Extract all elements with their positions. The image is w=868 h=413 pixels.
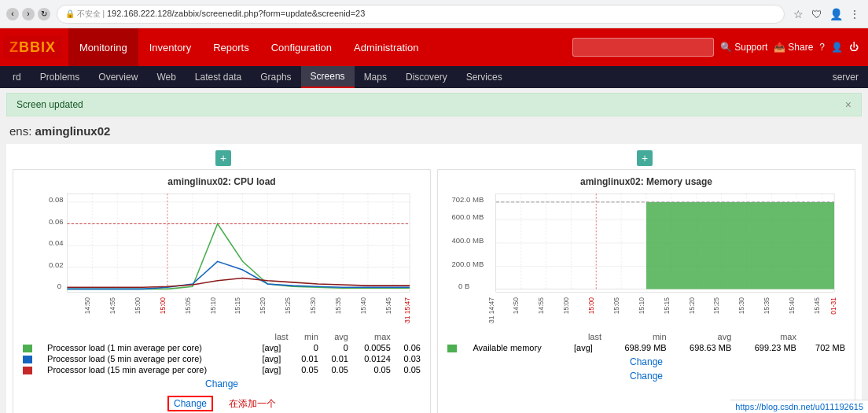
subnav-latest-data[interactable]: Latest data [186,66,251,88]
subnav-graphs[interactable]: Graphs [251,66,300,88]
svg-text:0: 0 [57,282,61,290]
forward-btn[interactable]: › [22,8,35,20]
cpu-max-5min: 0.03 [394,353,424,364]
change-link-mem-bottom[interactable]: Change [444,371,848,382]
logo-text: BBIX [19,39,56,55]
main-nav: ZBBIX Monitoring Inventory Reports Confi… [0,28,868,66]
svg-text:15:35: 15:35 [763,297,771,315]
cpu-chart-wrapper: 0.08 0.06 0.04 0.02 0 [20,190,424,326]
back-btn[interactable]: ‹ [6,8,19,20]
user-btn[interactable]: 👤 [831,42,843,53]
svg-text:15:00: 15:00 [587,297,595,315]
svg-text:15:05: 15:05 [612,297,620,315]
menu-icon[interactable]: ⋮ [848,7,862,21]
mem-header-avg: avg [670,331,735,342]
add-row-top: + + [13,147,855,169]
nav-search-input[interactable] [572,38,714,57]
browser-bar: ‹ › ↻ 🔒 不安全 | 192.168.222.128/zabbix/scr… [0,0,868,28]
add-note: 在添加一个 [229,397,276,411]
subnav-rd[interactable]: rd [3,66,31,88]
svg-text:0.04: 0.04 [49,238,64,247]
svg-text:14:55: 14:55 [537,297,545,315]
cpu-max-1min: 0.06 [394,342,424,353]
subnav-web[interactable]: Web [147,66,185,88]
url-text: 192.168.222.128/zabbix/screenedit.php?fo… [107,9,365,18]
subnav-discovery[interactable]: Discovery [396,66,457,88]
svg-text:15:40: 15:40 [788,297,796,315]
notification-close[interactable]: × [845,98,851,111]
mem-header-min: min [605,331,670,342]
cpu-chart-svg: 0.08 0.06 0.04 0.02 0 [20,190,424,324]
subnav-maps[interactable]: Maps [355,66,396,88]
change-link-cpu[interactable]: Change [20,378,424,389]
svg-text:15:15: 15:15 [234,297,241,315]
status-url: https://blog.csdn.net/u011192615 [730,400,868,413]
mem-row-available: Available memory [avg] 698.99 MB 698.63 … [444,342,848,353]
svg-text:15:10: 15:10 [638,297,645,315]
logo-accent: Z [9,39,19,55]
memory-chart-cell: aminglinux02: Memory usage 702.0 MB 600.… [437,169,855,413]
cpu-type-5min: [avg] [259,353,291,364]
svg-text:01-31 15:47: 01-31 15:47 [403,297,411,324]
cpu-label-5min: Processor load (5 min average per core) [44,353,259,364]
nav-configuration[interactable]: Configuration [260,28,343,66]
svg-text:15:05: 15:05 [184,297,192,315]
mem-last: 698.99 MB [605,342,670,353]
svg-text:14:50: 14:50 [83,297,91,315]
cpu-header-max: max [351,331,394,342]
add-btn-right[interactable]: + [637,150,653,166]
share-btn[interactable]: 📤 Share [774,42,813,53]
subnav-overview[interactable]: Overview [89,66,147,88]
browser-icons: ☆ 🛡 👤 ⋮ [791,7,862,21]
cpu-row-5min: Processor load (5 min average per core) … [20,353,424,364]
refresh-btn[interactable]: ↻ [38,8,50,20]
legend-15min [23,367,32,374]
mem-max: 702 MB [800,342,848,353]
change-btn-highlighted[interactable]: Change [167,396,213,411]
svg-text:14:50: 14:50 [512,297,520,315]
svg-text:15:25: 15:25 [284,297,292,315]
cpu-stats-table: last min avg max Processor load (1 min a… [20,331,424,375]
cpu-min-5min: 0.01 [322,353,351,364]
browser-controls: ‹ › ↻ [6,8,50,20]
memory-chart-svg: 702.0 MB 600.0 MB 400.0 MB 200.0 MB 0 B [444,190,848,324]
help-btn[interactable]: ? [819,42,825,53]
nav-inventory[interactable]: Inventory [138,28,202,66]
svg-text:0 B: 0 B [458,282,469,290]
cpu-header-min: min [292,331,322,342]
account-icon[interactable]: 👤 [829,7,843,21]
svg-text:702.0 MB: 702.0 MB [451,195,484,204]
url-bar[interactable]: 🔒 不安全 | 192.168.222.128/zabbix/screenedi… [57,5,785,24]
legend-1min [23,345,32,352]
subnav-services[interactable]: Services [457,66,512,88]
svg-text:15:45: 15:45 [813,297,821,315]
nav-monitoring[interactable]: Monitoring [68,28,138,66]
svg-text:15:25: 15:25 [712,297,720,315]
nav-administration[interactable]: Administration [343,28,429,66]
cpu-header-last: last [259,331,291,342]
mem-label: Available memory [469,342,571,353]
power-btn[interactable]: ⏻ [849,42,859,53]
cpu-chart-title: aminglinux02: CPU load [20,176,424,187]
nav-reports[interactable]: Reports [202,28,260,66]
screen-grid: aminglinux02: CPU load 0.08 0.06 0.04 0.… [13,169,855,413]
subnav-screens[interactable]: Screens [301,66,355,88]
svg-text:15:00: 15:00 [134,297,142,315]
svg-text:15:20: 15:20 [688,297,696,315]
add-btn-left[interactable]: + [215,150,231,166]
svg-text:01-31: 01-31 [829,297,837,315]
cpu-last-5min: 0.01 [292,353,322,364]
svg-text:0.08: 0.08 [49,195,64,204]
svg-text:15:40: 15:40 [359,297,367,315]
svg-text:15:35: 15:35 [334,297,342,315]
svg-text:600.0 MB: 600.0 MB [451,212,484,221]
shield-icon[interactable]: 🛡 [810,7,824,21]
mem-type: [avg] [571,342,605,353]
svg-text:15:30: 15:30 [737,297,745,315]
change-link-mem-top[interactable]: Change [444,356,848,367]
subnav-problems[interactable]: Problems [31,66,90,88]
support-btn[interactable]: 🔍 Support [720,42,767,53]
cpu-last-15min: 0.05 [292,364,322,375]
star-icon[interactable]: ☆ [791,7,805,21]
breadcrumb-prefix: ens: [9,124,31,138]
